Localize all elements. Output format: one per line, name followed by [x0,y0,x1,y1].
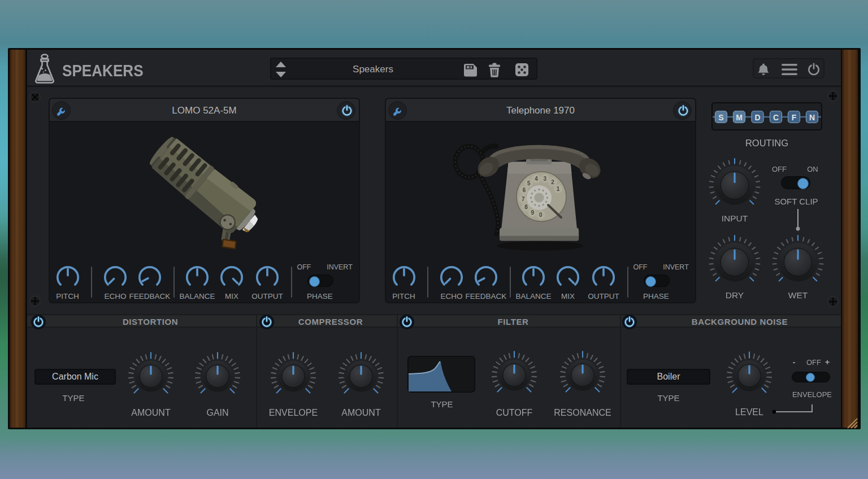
svg-text:D: D [754,113,760,122]
svg-text:9: 9 [531,210,534,216]
svg-text:1: 1 [557,186,560,192]
svg-text:0: 0 [539,212,542,218]
svg-text:3: 3 [543,176,546,182]
svg-text:N: N [809,113,815,122]
svg-text:M: M [736,113,743,122]
svg-text:7: 7 [522,196,525,202]
svg-text:6: 6 [523,187,526,193]
svg-text:8: 8 [524,204,528,210]
svg-text:4: 4 [535,176,538,182]
svg-text:S: S [718,113,723,122]
svg-text:5: 5 [527,180,531,186]
svg-text:F: F [792,113,797,122]
svg-text:2: 2 [551,179,554,185]
svg-text:C: C [773,113,779,122]
